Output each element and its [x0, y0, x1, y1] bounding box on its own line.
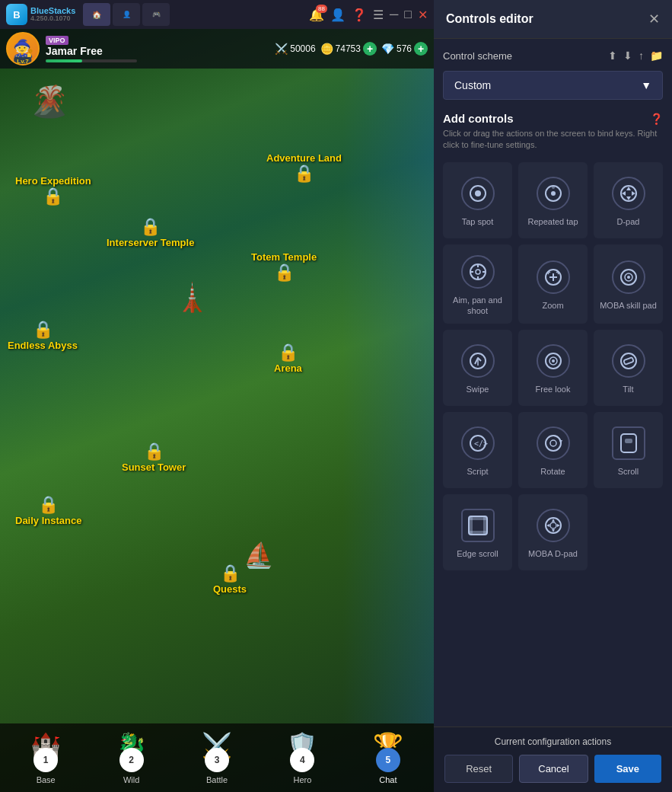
- stat-gems: 💎 576 +: [381, 42, 428, 56]
- adventure-land-area: Adventure Land 🔒: [266, 152, 342, 184]
- control-edge-scroll[interactable]: Edge scroll: [443, 494, 512, 570]
- control-aim-pan-shoot[interactable]: Aim, pan and shoot: [443, 244, 512, 324]
- control-dpad[interactable]: D-pad: [594, 162, 663, 238]
- add-controls-title: Add controls: [443, 112, 514, 125]
- moba-dpad-icon: [537, 509, 570, 542]
- scheme-selected: Custom: [454, 79, 491, 91]
- sunset-tower-area: 🔒 Sunset Tower: [122, 442, 186, 473]
- scheme-dropdown[interactable]: Custom ▼: [443, 71, 663, 100]
- totem-temple-lock: 🔒: [251, 263, 317, 283]
- taskbar-home-tab[interactable]: 🏠: [83, 3, 110, 26]
- control-moba-skill-pad[interactable]: MOBA skill pad: [594, 244, 663, 324]
- panel-close-button[interactable]: ✕: [648, 11, 660, 27]
- svg-marker-6: [626, 187, 631, 190]
- power-icon: ⚔️: [275, 43, 288, 55]
- daily-instance-lock: 🔒: [15, 495, 81, 515]
- reset-button[interactable]: Reset: [444, 755, 513, 783]
- panel-body: Control scheme ⬆ ⬇ ↑ 📁 Custom ▼ Add cont…: [434, 39, 672, 727]
- footer-title: Current configuration actions: [444, 736, 661, 747]
- quests-label: Quests: [213, 583, 247, 595]
- taskbar-game-tab[interactable]: 🎮: [142, 3, 170, 26]
- edge-scroll-icon: [461, 509, 495, 542]
- bottom-nav: 🏰 1 Base 🐉 2 Wild ⚔️ 3 Battle 🛡️ 4 Her: [0, 723, 434, 792]
- control-repeated-tap[interactable]: Repeated tap: [518, 162, 588, 238]
- scheme-row: Control scheme ⬆ ⬇ ↑ 📁: [443, 50, 663, 62]
- free-look-icon: [537, 344, 570, 378]
- taskbar-char-tab[interactable]: 👤: [113, 3, 140, 26]
- player-name: Jamar Free: [46, 45, 137, 57]
- notification-btn[interactable]: 🔔 88: [309, 8, 324, 22]
- nav-battle-label: Battle: [206, 775, 228, 784]
- daily-instance-area: 🔒 Daily Instance: [15, 495, 81, 526]
- nav-hero[interactable]: 🛡️ 4 Hero: [260, 731, 345, 784]
- dpad-icon: [612, 177, 645, 210]
- svg-marker-46: [557, 524, 560, 527]
- player-info: VIPO Jamar Free: [46, 36, 137, 62]
- menu-icon[interactable]: ☰: [373, 8, 384, 22]
- footer-buttons: Reset Cancel Save: [444, 755, 661, 783]
- moba-skill-pad-label: MOBA skill pad: [600, 300, 657, 311]
- app-version: 4.250.0.1070: [30, 15, 75, 23]
- control-tap-spot[interactable]: Tap spot: [443, 162, 512, 238]
- scheme-download-icon[interactable]: ⬇: [623, 50, 632, 62]
- cancel-button[interactable]: Cancel: [519, 755, 588, 783]
- control-rotate[interactable]: Rotate: [518, 412, 588, 488]
- scheme-upload-icon[interactable]: ⬆: [608, 50, 617, 62]
- scheme-label: Control scheme: [443, 50, 512, 62]
- nav-hero-label: Hero: [294, 775, 312, 784]
- scheme-action-icons: ⬆ ⬇ ↑ 📁: [608, 50, 663, 62]
- sunset-tower-label: Sunset Tower: [122, 461, 186, 473]
- taskbar: B BlueStacks 4.250.0.1070 🏠 👤 🎮 🔔 88 👤 ❓…: [0, 0, 434, 29]
- maximize-icon[interactable]: □: [404, 8, 412, 21]
- control-zoom[interactable]: Zoom: [518, 244, 588, 324]
- control-script[interactable]: </> Script: [443, 412, 512, 488]
- svg-point-4: [552, 186, 555, 189]
- save-button[interactable]: Save: [594, 755, 661, 783]
- zoom-label: Zoom: [542, 300, 563, 311]
- svg-point-32: [550, 440, 556, 446]
- help-icon[interactable]: ❓: [352, 8, 367, 22]
- nav-chat[interactable]: 🏆 5 Chat: [346, 731, 431, 784]
- controls-grid: Tap spot Repeated tap: [443, 162, 663, 571]
- nav-chat-icon-wrap: 🏆 5: [367, 731, 409, 774]
- panel-title: Controls editor: [446, 12, 533, 26]
- add-controls-header: Add controls ❓: [443, 112, 663, 125]
- arena-label: Arena: [274, 362, 302, 374]
- hero-expedition-area: Hero Expedition 🔒: [15, 175, 91, 206]
- control-free-look[interactable]: Free look: [518, 330, 588, 406]
- quests-area: 🔒 Quests: [213, 564, 247, 595]
- control-swipe[interactable]: Swipe: [443, 330, 512, 406]
- taskbar-apps: 🏠 👤 🎮: [83, 3, 170, 26]
- free-look-label: Free look: [536, 384, 571, 394]
- svg-point-15: [476, 270, 480, 274]
- scheme-share-icon[interactable]: ↑: [639, 50, 644, 62]
- gems-value: 576: [397, 43, 412, 54]
- nav-base[interactable]: 🏰 1 Base: [3, 731, 88, 784]
- gem-icon: 💎: [381, 43, 394, 55]
- add-controls-help-icon[interactable]: ❓: [650, 113, 663, 125]
- svg-point-26: [552, 359, 555, 362]
- minimize-icon[interactable]: ─: [390, 8, 398, 21]
- hero-expedition-label: Hero Expedition: [15, 175, 91, 187]
- game-area: B BlueStacks 4.250.0.1070 🏠 👤 🎮 🔔 88 👤 ❓…: [0, 0, 434, 792]
- close-icon[interactable]: ✕: [418, 8, 428, 22]
- notification-count: 88: [316, 5, 327, 13]
- nav-battle[interactable]: ⚔️ 3 Battle: [174, 731, 260, 784]
- scheme-folder-icon[interactable]: 📁: [650, 50, 663, 62]
- scheme-dropdown-wrap: Custom ▼: [443, 71, 663, 100]
- nav-wild-label: Wild: [123, 775, 139, 784]
- interserver-temple-area: 🔒 Interserver Temple: [107, 217, 194, 248]
- gold-add-button[interactable]: +: [363, 42, 377, 56]
- control-scroll[interactable]: Scroll: [594, 412, 663, 488]
- controls-panel: Controls editor ✕ Control scheme ⬆ ⬇ ↑ 📁…: [434, 0, 672, 792]
- gems-add-button[interactable]: +: [414, 42, 428, 56]
- control-moba-dpad[interactable]: MOBA D-pad: [518, 494, 588, 570]
- endless-abyss-label: Endless Abyss: [8, 340, 78, 351]
- vip-badge: VIPO: [46, 36, 68, 45]
- user-icon[interactable]: 👤: [330, 8, 346, 22]
- svg-rect-35: [625, 439, 632, 443]
- quests-lock: 🔒: [213, 564, 247, 583]
- control-tilt[interactable]: Tilt: [594, 330, 663, 406]
- nav-wild[interactable]: 🐉 2 Wild: [88, 731, 174, 784]
- interserver-label: Interserver Temple: [107, 237, 194, 248]
